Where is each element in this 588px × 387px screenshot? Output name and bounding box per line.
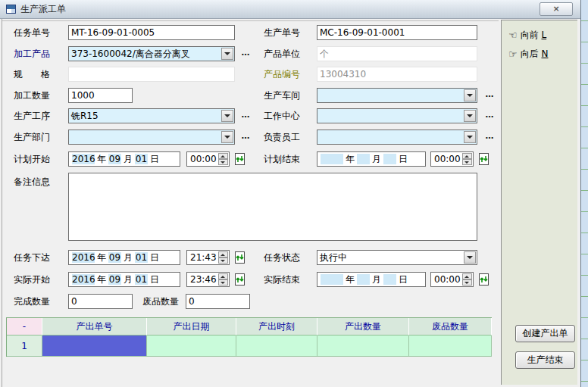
date-day[interactable]: 01 (135, 274, 148, 285)
scrap-qty-input[interactable] (186, 294, 250, 309)
workshop-combo[interactable] (317, 88, 477, 103)
create-output-button[interactable]: 创建产出单 (515, 325, 575, 342)
date-month[interactable]: 09 (108, 274, 121, 285)
employee-more-button[interactable]: … (483, 130, 496, 145)
spinner[interactable] (218, 251, 228, 264)
remark-label: 备注信息 (14, 174, 50, 189)
dept-combo[interactable] (68, 130, 235, 145)
plan-start-date[interactable]: 2016年 09月 01日 (68, 151, 180, 167)
unit-month: 月 (123, 273, 133, 286)
spin-up-icon[interactable] (462, 273, 472, 279)
qty-input[interactable] (68, 88, 133, 103)
spin-down-icon[interactable] (218, 257, 228, 264)
unit-day: 日 (149, 251, 160, 264)
column-header: 产出日期 (147, 318, 236, 336)
spin-up-icon[interactable] (218, 251, 228, 257)
plan-end-date[interactable]: 年 月 日 (317, 151, 426, 167)
chevron-down-icon[interactable] (221, 131, 233, 143)
refresh-icon[interactable] (478, 152, 489, 166)
done-qty-input[interactable] (68, 294, 133, 309)
row-number-cell[interactable]: 1 (7, 336, 42, 357)
table-cell-selected[interactable] (42, 336, 147, 357)
background-window-strip (580, 0, 588, 387)
chevron-down-icon[interactable] (464, 251, 476, 264)
refresh-icon[interactable] (234, 273, 246, 286)
spin-down-icon[interactable] (462, 279, 472, 286)
time-value[interactable]: 00:00 (190, 154, 217, 164)
date-day[interactable] (383, 274, 396, 285)
spin-up-icon[interactable] (462, 153, 472, 159)
remark-textarea[interactable] (68, 173, 477, 241)
task-issue-label: 任务下达 (14, 250, 50, 265)
refresh-icon[interactable] (234, 251, 246, 264)
close-icon[interactable]: × (540, 2, 573, 16)
date-year[interactable] (321, 154, 343, 164)
date-year[interactable] (321, 274, 343, 285)
nav-next-button[interactable]: ☞ 向后 N (508, 47, 548, 61)
chevron-down-icon[interactable] (464, 89, 476, 101)
spin-up-icon[interactable] (218, 153, 228, 159)
spin-up-icon[interactable] (218, 273, 228, 279)
actual-start-time[interactable]: 23:46 (186, 272, 230, 287)
nav-prev-label: 向前 L (521, 29, 547, 42)
workshop-more-button[interactable]: … (483, 88, 496, 103)
end-production-button[interactable]: 生产结束 (515, 351, 575, 369)
window-titlebar[interactable]: 生产派工单 × (0, 0, 580, 19)
process-combo[interactable]: 铣R15 (68, 108, 235, 123)
date-month[interactable]: 09 (108, 154, 121, 164)
table-cell[interactable] (236, 336, 317, 357)
spinner[interactable] (462, 153, 472, 165)
refresh-icon[interactable] (478, 273, 489, 286)
prod-no-input[interactable] (317, 25, 477, 40)
spin-down-icon[interactable] (218, 159, 228, 165)
spinner[interactable] (218, 273, 228, 286)
date-month[interactable] (357, 154, 370, 164)
nav-prev-button[interactable]: ☜ 向前 L (508, 28, 546, 42)
chevron-down-icon[interactable] (464, 131, 476, 143)
chevron-down-icon[interactable] (464, 110, 476, 122)
table-cell[interactable] (409, 336, 492, 357)
refresh-icon[interactable] (234, 152, 246, 166)
status-combo[interactable]: 执行中 (317, 250, 477, 265)
time-value[interactable]: 23:46 (190, 274, 217, 285)
dept-more-button[interactable]: … (239, 130, 252, 145)
wcenter-more-button[interactable]: … (483, 108, 496, 123)
actual-end-time[interactable]: 00:00 (430, 272, 474, 287)
product-combo[interactable]: 373-1600042/离合器分离叉 (68, 46, 235, 61)
plan-start-label: 计划开始 (14, 151, 50, 167)
date-year[interactable]: 2016 (72, 274, 95, 285)
date-month[interactable]: 09 (108, 252, 121, 263)
date-year[interactable]: 2016 (72, 252, 95, 263)
date-year[interactable]: 2016 (72, 154, 95, 164)
time-value[interactable]: 00:00 (434, 274, 461, 285)
process-more-button[interactable]: … (239, 108, 252, 123)
date-month[interactable] (357, 274, 370, 285)
plan-start-time[interactable]: 00:00 (186, 151, 230, 167)
date-day[interactable] (383, 154, 396, 164)
task-no-input[interactable] (68, 25, 235, 40)
spin-down-icon[interactable] (462, 159, 472, 165)
unit-year: 年 (96, 273, 107, 286)
product-more-button[interactable]: … (239, 46, 252, 61)
task-issue-date[interactable]: 2016年 09月 01日 (68, 250, 180, 265)
date-day[interactable]: 01 (135, 154, 148, 164)
unit-day: 日 (149, 273, 160, 286)
chevron-down-icon[interactable] (221, 48, 233, 60)
plan-end-time[interactable]: 00:00 (430, 151, 474, 167)
spec-field[interactable] (68, 67, 235, 82)
window-left-border (2, 19, 2, 387)
spinner[interactable] (218, 153, 228, 165)
wcenter-combo[interactable] (317, 108, 477, 123)
actual-start-date[interactable]: 2016年 09月 01日 (68, 272, 180, 287)
spinner[interactable] (462, 273, 472, 286)
time-value[interactable]: 00:00 (434, 154, 461, 164)
task-issue-time[interactable]: 21:43 (186, 250, 230, 265)
chevron-down-icon[interactable] (221, 110, 233, 122)
spin-down-icon[interactable] (218, 279, 228, 286)
table-cell[interactable] (147, 336, 236, 357)
time-value[interactable]: 21:43 (190, 252, 217, 263)
date-day[interactable]: 01 (135, 252, 148, 263)
employee-combo[interactable] (317, 130, 477, 145)
actual-end-date[interactable]: 年 月 日 (317, 272, 426, 287)
table-cell[interactable] (317, 336, 409, 357)
